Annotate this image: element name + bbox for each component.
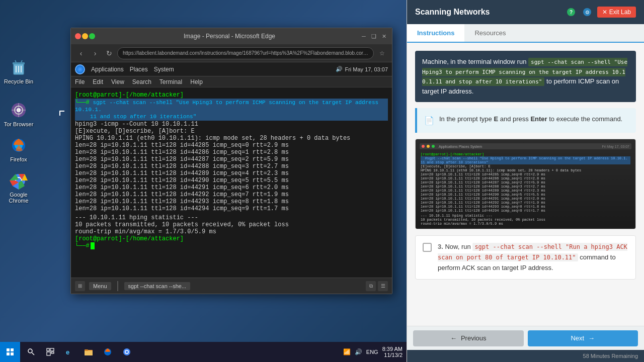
firefox-icon [9, 135, 29, 155]
instruction-highlight-block: Machine, in the terminal window run sgpt… [415, 51, 636, 102]
refresh-button[interactable]: ↻ [103, 47, 115, 59]
close-button[interactable] [75, 33, 81, 39]
svg-text:⚙: ⚙ [585, 10, 590, 15]
panel-body: Machine, in the terminal window run sgpt… [407, 43, 644, 326]
step-3-number: 3. [438, 243, 445, 250]
chrome-icon [9, 170, 29, 191]
screenshot-icon[interactable]: ⧉ [366, 281, 376, 291]
svg-rect-1 [13, 62, 25, 64]
taskbar-task-view-btn[interactable] [41, 343, 59, 361]
forward-button[interactable]: › [89, 47, 101, 59]
back-button[interactable]: ‹ [75, 47, 87, 59]
taskbar-quick-launch: e [20, 343, 138, 361]
desktop-icon-firefox[interactable]: Firefox [1, 133, 36, 164]
svg-rect-23 [47, 348, 49, 351]
maximize-button[interactable] [89, 33, 95, 39]
previous-button[interactable]: ← Previous [413, 330, 524, 346]
app-menu-applications[interactable]: Applications [91, 66, 124, 73]
ss-pkt-4: len=28 ip=10.10.1.11 ttl=128 id=44288 ic… [421, 185, 630, 189]
menu-search[interactable]: Search [132, 78, 151, 85]
ss-pkt-1: len=28 ip=10.10.1.11 ttl=128 id=44285 ic… [421, 172, 630, 176]
exit-icon: ✕ [602, 9, 607, 16]
desktop-icon-recycle-bin[interactable]: Recycle Bin [1, 55, 36, 86]
settings-icon-btn[interactable]: ⚙ [581, 6, 593, 18]
app-menu-places[interactable]: Places [130, 66, 148, 73]
ss-pkt-5: len=28 ip=10.10.1.11 ttl=128 id=44289 ic… [421, 189, 630, 193]
ss-pkt-2: len=28 ip=10.10.1.11 ttl=128 id=44286 ic… [421, 176, 630, 180]
ss-topbar: Applications Places System Fri May 17, 0… [420, 143, 631, 149]
next-icon: → [588, 334, 595, 342]
tab-instructions[interactable]: Instructions [407, 24, 464, 43]
terminal-content[interactable]: [root@parrot]-[/home/attacker] └──# sgpt… [71, 87, 392, 278]
ss-pkt-6: len=28 ip=10.10.1.11 ttl=128 id=44290 ic… [421, 193, 630, 197]
svg-rect-19 [7, 352, 10, 355]
ss-pkt-8: len=28 ip=10.10.1.11 ttl=128 id=44292 ic… [421, 201, 630, 205]
terminal-packet-9: len=28 ip=10.10.1.11 ttl=128 id=44294 ic… [75, 205, 388, 212]
taskbar: e [0, 342, 407, 362]
terminal-packet-4: len=28 ip=10.10.1.11 ttl=128 id=44289 ic… [75, 170, 388, 177]
menu-terminal[interactable]: Terminal [159, 78, 182, 85]
desktop-icon-chrome[interactable]: Google Chrome [1, 168, 36, 206]
menu-file[interactable]: File [75, 78, 85, 85]
tor-browser-label: Tor Browser [4, 121, 34, 127]
terminal-packet-1: len=28 ip=10.10.1.11 ttl=128 id=44286 ic… [75, 149, 388, 156]
panel-header-buttons: ? ⚙ ✕ Exit Lab [565, 6, 636, 18]
terminal-packet-7: len=28 ip=10.10.1.11 ttl=128 id=44292 ic… [75, 191, 388, 198]
minimize-button[interactable] [82, 33, 88, 39]
svg-line-2 [15, 60, 16, 62]
start-button[interactable] [0, 342, 20, 362]
ss-dot-green [432, 145, 435, 148]
screenshot-preview: Applications Places System Fri May 17, 0… [415, 139, 636, 229]
taskbar-search-btn[interactable] [22, 343, 40, 361]
menu-edit[interactable]: Edit [93, 78, 103, 85]
terminal-bottombar: ⊞ Menu sgpt --chat scan --she... ⧉ ☰ [71, 278, 392, 294]
taskbar-edge-btn[interactable]: e [60, 343, 78, 361]
time-remaining-bar: 58 Minutes Remaining [407, 350, 644, 362]
volume-icon-taskbar: 🔊 [355, 348, 362, 355]
win-restore-btn[interactable]: ❑ [370, 32, 378, 40]
app-menu-system[interactable]: System [154, 66, 174, 73]
browser-toolbar: ‹ › ↻ https://labclient.labondemand.com/… [71, 44, 392, 62]
win-close-btn[interactable]: ✕ [380, 32, 388, 40]
terminal-packet-0: len=28 ip=10.10.1.11 ttl=128 id=44285 ic… [75, 142, 388, 149]
desktop: Recycle Bin Tor Browser Firefox [0, 0, 407, 362]
menu-help[interactable]: Help [190, 78, 203, 85]
terminal-hping-header: HPING 10.10.1.11 (eth0 10.10.1.11): icmp… [75, 135, 388, 142]
datetime-display: Fri May 17, 03:07 [345, 66, 388, 72]
exit-lab-button[interactable]: ✕ Exit Lab [597, 7, 636, 18]
screenshot-inner: Applications Places System Fri May 17, 0… [416, 139, 635, 229]
svg-point-21 [28, 349, 32, 353]
menu-app-item[interactable]: Menu [89, 282, 111, 290]
svg-point-34 [126, 351, 128, 353]
taskbar-system-tray: 📶 🔊 ENG 8:39 AM 11/13/2 [343, 346, 407, 358]
firefox-label: Firefox [10, 156, 27, 162]
step-3-checkbox[interactable] [423, 243, 432, 252]
terminal-packet-2: len=28 ip=10.10.1.11 ttl=128 id=44287 ic… [75, 156, 388, 163]
chrome-label: Google Chrome [3, 192, 34, 204]
panel-header: Scanning Networks ? ⚙ ✕ Exit Lab [407, 0, 644, 24]
windows-icon[interactable]: ⊞ [75, 281, 85, 291]
ss-dot-yellow [427, 145, 430, 148]
step-3-command: sgpt --chat scan --shell "Run a hping3 A… [438, 243, 627, 261]
time-remaining-text: 58 Minutes Remaining [583, 353, 638, 359]
address-bar[interactable]: https://labclient.labondemand.com/Instru… [117, 47, 374, 59]
ss-dot-red [422, 145, 425, 148]
svg-text:?: ? [570, 10, 573, 15]
terminal-packets: len=28 ip=10.10.1.11 ttl=128 id=44285 ic… [75, 142, 388, 212]
taskbar-chrome-btn[interactable] [118, 343, 136, 361]
taskbar-firefox-btn[interactable] [99, 343, 117, 361]
menu-view[interactable]: View [111, 78, 124, 85]
panel-title: Scanning Networks [415, 8, 565, 17]
previous-label: Previous [461, 334, 487, 342]
next-button[interactable]: Next → [528, 330, 638, 346]
settings-icon[interactable]: ☰ [378, 281, 388, 291]
favorites-button[interactable]: ☆ [376, 47, 388, 59]
win-minimize-btn[interactable]: ─ [360, 32, 368, 40]
desktop-icon-tor-browser[interactable]: Tor Browser [1, 98, 36, 129]
svg-rect-29 [85, 351, 93, 355]
help-icon-btn[interactable]: ? [565, 6, 577, 18]
tab-resources[interactable]: Resources [464, 24, 516, 43]
taskbar-fileexplorer-btn[interactable] [79, 343, 98, 361]
terminal-app-item[interactable]: sgpt --chat scan --she... [124, 282, 191, 290]
taskbar-clock[interactable]: 8:39 AM 11/13/2 [382, 346, 403, 358]
